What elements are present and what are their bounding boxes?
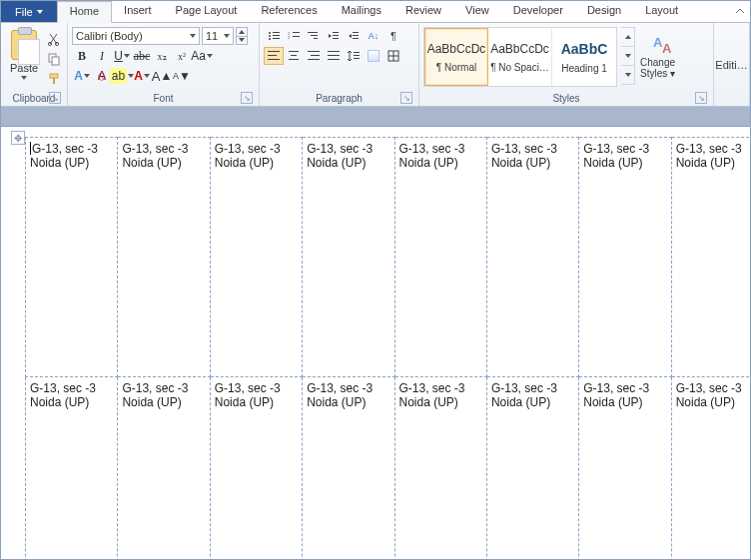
dialog-launcher-paragraph[interactable]: ↘ <box>400 92 412 104</box>
highlight-button[interactable]: ab <box>112 67 132 85</box>
align-center-button[interactable] <box>284 47 304 65</box>
line-spacing-button[interactable] <box>344 47 364 65</box>
multilevel-icon <box>308 31 320 41</box>
label-cell[interactable]: G-13, sec -3Noida (UP) <box>210 138 302 377</box>
tab-layout[interactable]: Layout <box>633 1 690 22</box>
align-left-button[interactable] <box>264 47 284 65</box>
scroll-up-button[interactable] <box>621 28 634 47</box>
chevron-down-icon <box>190 34 196 38</box>
label-cell[interactable]: G-13, sec -3Noida (UP) <box>210 377 302 561</box>
tab-home[interactable]: Home <box>57 1 112 23</box>
label-cell[interactable]: G-13, sec -3Noida (UP) <box>671 138 750 377</box>
bullets-button[interactable] <box>264 27 284 45</box>
label-cell[interactable]: G-13, sec -3Noida (UP) <box>579 377 671 561</box>
text-effects-button[interactable]: A <box>72 67 92 85</box>
format-painter-button[interactable] <box>45 71 63 87</box>
ribbon: Paste Clipboard ↘ <box>1 23 750 107</box>
tab-insert[interactable]: Insert <box>112 1 164 22</box>
group-label-styles: Styles ↘ <box>423 93 709 106</box>
dialog-launcher-styles[interactable]: ↘ <box>695 92 707 104</box>
label-cell[interactable]: G-13, sec -3Noida (UP) <box>118 377 210 561</box>
style-gallery-scroll[interactable] <box>621 27 635 85</box>
document-area[interactable]: ✥ G-13, sec -3Noida (UP) G-13, sec -3Noi… <box>1 127 750 560</box>
grow-font-a-button[interactable]: A▲ <box>152 67 172 85</box>
cut-button[interactable] <box>45 31 63 47</box>
gallery-expand-button[interactable] <box>621 66 634 84</box>
label-cell[interactable]: G-13, sec -3Noida (UP) <box>303 138 394 377</box>
tab-page-layout[interactable]: Page Layout <box>164 1 250 22</box>
label-cell[interactable]: G-13, sec -3Noida (UP) <box>303 377 394 561</box>
align-right-button[interactable] <box>304 47 324 65</box>
label-cell[interactable]: G-13, sec -3Noida (UP) <box>394 377 486 561</box>
italic-button[interactable]: I <box>92 47 112 65</box>
tab-references[interactable]: References <box>249 1 329 22</box>
tab-review[interactable]: Review <box>393 1 453 22</box>
dialog-launcher-font[interactable]: ↘ <box>241 92 253 104</box>
underline-button[interactable]: U <box>112 47 132 65</box>
borders-button[interactable] <box>383 47 403 65</box>
change-styles-label: Change Styles ▾ <box>640 57 686 79</box>
align-center-icon <box>288 51 300 61</box>
tab-file[interactable]: File <box>1 1 57 22</box>
label-cell[interactable]: G-13, sec -3Noida (UP) <box>26 377 118 561</box>
superscript-button[interactable]: x² <box>172 47 192 65</box>
svg-text:2: 2 <box>288 35 291 40</box>
label-cell[interactable]: G-13, sec -3Noida (UP) <box>394 138 486 377</box>
triangle-up-icon <box>239 30 245 34</box>
shrink-font-a-button[interactable]: A▼ <box>172 67 192 85</box>
chevron-down-icon <box>21 76 27 80</box>
svg-rect-7 <box>273 32 280 33</box>
dialog-launcher-clipboard[interactable]: ↘ <box>49 92 61 104</box>
font-size-combo[interactable]: 11 <box>202 27 234 45</box>
increase-indent-button[interactable] <box>344 27 364 45</box>
label-cell[interactable]: G-13, sec -3Noida (UP) <box>26 138 118 377</box>
decrease-indent-button[interactable] <box>324 27 344 45</box>
tab-design[interactable]: Design <box>575 1 633 22</box>
bold-button[interactable]: B <box>72 47 92 65</box>
grow-font-button[interactable] <box>237 28 247 37</box>
font-color-button[interactable]: A <box>132 67 152 85</box>
font-size-stepper[interactable] <box>236 27 248 45</box>
style-no-spacing[interactable]: AaBbCcDc ¶ No Spaci… <box>488 28 552 86</box>
ribbon-collapse-button[interactable] <box>730 1 750 22</box>
sort-button[interactable]: A↓ <box>364 27 383 45</box>
align-justify-button[interactable] <box>324 47 344 65</box>
subscript-button[interactable]: x₂ <box>152 47 172 65</box>
editing-label: Editi… <box>715 59 747 71</box>
table-row: G-13, sec -3Noida (UP) G-13, sec -3Noida… <box>26 138 751 377</box>
scroll-down-button[interactable] <box>621 47 634 66</box>
numbering-button[interactable]: 12 <box>284 27 304 45</box>
label-cell[interactable]: G-13, sec -3Noida (UP) <box>486 138 578 377</box>
multilevel-list-button[interactable] <box>304 27 324 45</box>
copy-button[interactable] <box>45 51 63 67</box>
chevron-down-icon <box>37 10 43 14</box>
label-cell[interactable]: G-13, sec -3Noida (UP) <box>118 138 210 377</box>
align-right-icon <box>308 51 320 61</box>
style-normal[interactable]: AaBbCcDc ¶ Normal <box>424 28 488 86</box>
tab-mailings[interactable]: Mailings <box>330 1 393 22</box>
change-case-button[interactable]: Aa <box>192 47 212 65</box>
group-font: Calibri (Body) 11 B I U abc x₂ x² <box>68 23 260 106</box>
table-move-handle[interactable]: ✥ <box>11 131 25 145</box>
labels-table[interactable]: G-13, sec -3Noida (UP) G-13, sec -3Noida… <box>25 137 750 560</box>
font-size-value: 11 <box>206 30 218 42</box>
paste-button[interactable]: Paste <box>5 27 43 89</box>
svg-rect-20 <box>333 35 339 36</box>
show-marks-button[interactable]: ¶ <box>383 27 403 45</box>
label-cell[interactable]: G-13, sec -3Noida (UP) <box>671 377 750 561</box>
change-styles-button[interactable]: AA Change Styles ▾ <box>639 27 687 85</box>
shading-button[interactable] <box>364 47 383 65</box>
svg-rect-9 <box>273 35 280 36</box>
tab-developer[interactable]: Developer <box>501 1 575 22</box>
shrink-font-button[interactable] <box>237 37 247 45</box>
style-name: ¶ No Spaci… <box>490 62 549 73</box>
tab-view[interactable]: View <box>453 1 501 22</box>
svg-rect-17 <box>311 35 318 36</box>
font-name-combo[interactable]: Calibri (Body) <box>72 27 200 45</box>
label-cell[interactable]: G-13, sec -3Noida (UP) <box>579 138 671 377</box>
style-heading1[interactable]: AaBbC Heading 1 <box>552 28 616 86</box>
strikethrough-button[interactable]: abc <box>132 47 152 65</box>
paste-icon <box>11 30 37 60</box>
label-cell[interactable]: G-13, sec -3Noida (UP) <box>486 377 578 561</box>
shading-icon <box>368 50 379 62</box>
